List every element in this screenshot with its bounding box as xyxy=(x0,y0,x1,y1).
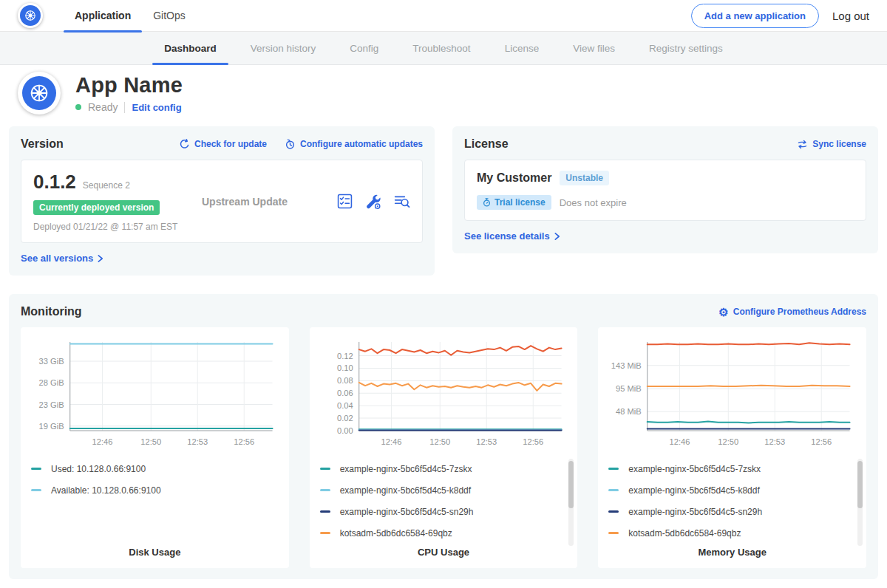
status-text: Ready xyxy=(88,101,118,113)
tab-config[interactable]: Config xyxy=(338,32,390,64)
memory-usage-chart: 48 MiB95 MiB143 MiB12:4612:5012:5312:56 xyxy=(608,336,856,448)
license-type-badge: Trial license xyxy=(477,195,551,210)
add-application-button[interactable]: Add a new application xyxy=(691,4,819,28)
sync-arrows-icon xyxy=(797,139,808,150)
chart-title: Disk Usage xyxy=(31,547,279,558)
status-ready-dot xyxy=(75,104,81,110)
svg-text:12:56: 12:56 xyxy=(523,437,543,446)
kubernetes-logo[interactable] xyxy=(18,3,43,28)
legend-item: example-nginx-5bc6f5d4c5-sn29h xyxy=(608,501,856,522)
legend-label: kotsadm-5db6dc6584-69qbz xyxy=(340,528,452,539)
license-expiry: Does not expire xyxy=(560,197,627,208)
nav-tab-application[interactable]: Application xyxy=(64,0,142,32)
disk-usage-legend: Used: 10.128.0.66:9100 Available: 10.128… xyxy=(31,458,279,501)
check-for-update-label: Check for update xyxy=(194,139,267,149)
tab-license[interactable]: License xyxy=(493,32,551,64)
logout-button[interactable]: Log out xyxy=(832,10,869,22)
tab-registry-settings[interactable]: Registry settings xyxy=(637,32,735,64)
legend-item: example-nginx-5bc6f5d4c5-k8ddf xyxy=(320,479,568,501)
legend-scrollbar-thumb[interactable] xyxy=(568,461,574,508)
legend-label: example-nginx-5bc6f5d4c5-sn29h xyxy=(340,507,474,517)
svg-text:12:50: 12:50 xyxy=(429,437,450,446)
monitoring-title: Monitoring xyxy=(21,305,82,318)
sync-license-label: Sync license xyxy=(812,139,866,149)
legend-label: example-nginx-5bc6f5d4c5-sn29h xyxy=(628,507,762,517)
divider xyxy=(124,102,125,113)
series-dash xyxy=(320,468,330,470)
svg-text:0.10: 0.10 xyxy=(337,364,353,373)
svg-text:0.12: 0.12 xyxy=(337,352,353,360)
svg-text:12:56: 12:56 xyxy=(234,437,254,446)
svg-text:33 GiB: 33 GiB xyxy=(39,357,64,366)
configure-automatic-updates-link[interactable]: Configure automatic updates xyxy=(285,139,423,150)
license-card: License Sync license My Customer Unstabl… xyxy=(452,126,878,253)
svg-text:12:53: 12:53 xyxy=(187,437,208,446)
configure-automatic-updates-label: Configure automatic updates xyxy=(300,139,423,149)
chevron-right-icon xyxy=(554,232,560,241)
license-type-label: Trial license xyxy=(495,197,546,208)
series-dash xyxy=(608,468,619,470)
configure-prometheus-label: Configure Prometheus Address xyxy=(733,307,866,317)
disk-usage-chart: 19 GiB23 GiB28 GiB33 GiB12:4612:5012:531… xyxy=(31,336,279,448)
sync-license-link[interactable]: Sync license xyxy=(797,139,866,150)
svg-text:23 GiB: 23 GiB xyxy=(39,400,64,409)
legend-label: example-nginx-5bc6f5d4c5-7zskx xyxy=(628,464,761,474)
edit-config-link[interactable]: Edit config xyxy=(132,102,181,113)
series-dash xyxy=(608,532,619,534)
wrench-config-icon[interactable] xyxy=(365,194,381,210)
series-dash xyxy=(608,489,619,491)
license-detail-row: My Customer Unstable Trial license Does … xyxy=(464,160,866,221)
current-version-row: 0.1.2 Sequence 2 Currently deployed vers… xyxy=(21,160,423,243)
series-dash xyxy=(320,532,330,534)
legend-item: example-nginx-5bc6f5d4c5-7zskx xyxy=(608,458,856,479)
series-dash xyxy=(31,489,41,491)
monitoring-section: Monitoring ⚙ Configure Prometheus Addres… xyxy=(9,294,878,579)
refresh-icon xyxy=(179,139,190,150)
tab-dashboard[interactable]: Dashboard xyxy=(152,32,228,64)
legend-scrollbar-thumb[interactable] xyxy=(857,461,863,508)
legend-label: example-nginx-5bc6f5d4c5-k8ddf xyxy=(628,485,759,496)
tab-view-files[interactable]: View files xyxy=(561,32,627,64)
see-all-versions-label: See all versions xyxy=(21,253,93,264)
chart-title: Memory Usage xyxy=(608,547,856,558)
series-dash xyxy=(320,510,330,513)
version-card-title: Version xyxy=(21,137,64,151)
svg-text:12:56: 12:56 xyxy=(812,437,832,446)
clock-schedule-icon xyxy=(285,139,296,150)
deployed-badge: Currently deployed version xyxy=(33,200,160,215)
series-dash xyxy=(320,489,330,491)
legend-item: kotsadm-5db6dc6584-69qbz xyxy=(608,522,856,544)
kubernetes-logo-icon xyxy=(20,5,41,26)
memory-usage-legend: example-nginx-5bc6f5d4c5-7zskx example-n… xyxy=(608,458,856,544)
svg-text:12:53: 12:53 xyxy=(476,437,497,446)
check-for-update-link[interactable]: Check for update xyxy=(179,139,267,150)
svg-text:12:50: 12:50 xyxy=(140,437,161,446)
svg-text:12:46: 12:46 xyxy=(92,437,113,446)
disk-usage-chart-card: 19 GiB23 GiB28 GiB33 GiB12:4612:5012:531… xyxy=(21,327,289,568)
page-title: App Name xyxy=(75,73,183,98)
gear-icon: ⚙ xyxy=(718,307,728,318)
see-license-details-link[interactable]: See license details xyxy=(464,230,560,242)
see-license-details-label: See license details xyxy=(464,230,550,242)
svg-text:0.08: 0.08 xyxy=(337,376,353,385)
legend-scrollbar[interactable] xyxy=(857,459,863,546)
legend-item: example-nginx-5bc6f5d4c5-k8ddf xyxy=(608,479,856,501)
svg-text:12:46: 12:46 xyxy=(670,437,690,446)
tab-troubleshoot[interactable]: Troubleshoot xyxy=(401,32,482,64)
see-all-versions-link[interactable]: See all versions xyxy=(21,253,103,264)
channel-badge: Unstable xyxy=(560,171,609,185)
legend-item: example-nginx-5bc6f5d4c5-sn29h xyxy=(320,501,568,522)
configure-prometheus-link[interactable]: ⚙ Configure Prometheus Address xyxy=(718,307,866,318)
deploy-logs-icon[interactable] xyxy=(394,194,410,210)
svg-text:19 GiB: 19 GiB xyxy=(39,422,64,431)
nav-tab-gitops[interactable]: GitOps xyxy=(142,0,197,32)
legend-scrollbar[interactable] xyxy=(568,459,574,546)
version-source: Upstream Update xyxy=(202,196,337,208)
preflight-checks-icon[interactable] xyxy=(337,194,353,209)
legend-item: Used: 10.128.0.66:9100 xyxy=(31,458,279,479)
legend-label: kotsadm-5db6dc6584-69qbz xyxy=(628,528,741,539)
svg-text:48 MiB: 48 MiB xyxy=(616,407,642,416)
top-nav: Application GitOps Add a new application… xyxy=(0,0,887,32)
svg-text:0.06: 0.06 xyxy=(337,389,353,397)
tab-version-history[interactable]: Version history xyxy=(239,32,328,64)
